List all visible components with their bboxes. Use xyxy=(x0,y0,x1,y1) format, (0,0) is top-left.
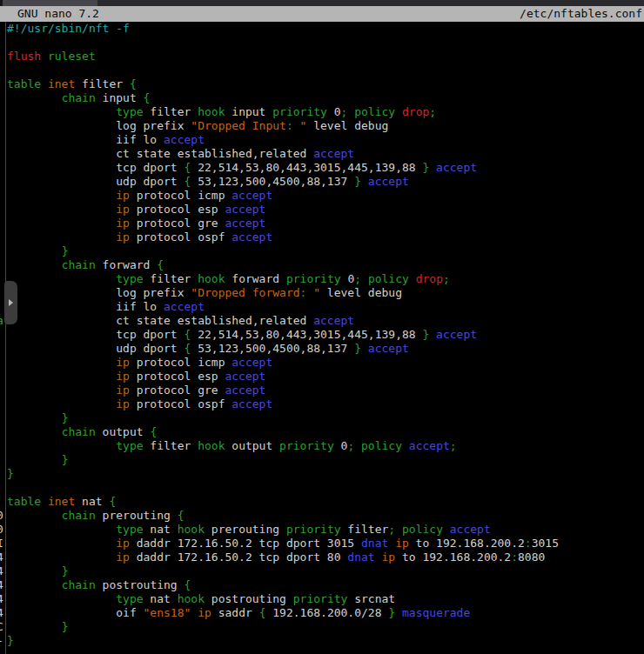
code-line: ct state established,related accept xyxy=(0,147,644,161)
code-line: ip protocol gre accept xyxy=(0,384,644,397)
top-console-strip-segment xyxy=(0,0,97,6)
code-line: type filter hook output priority 0; poli… xyxy=(0,439,644,453)
code-line: #!/usr/sbin/nft -f xyxy=(0,22,644,36)
code-line: } xyxy=(0,467,644,481)
left-edge-glyph-fragment: 4 xyxy=(0,564,3,578)
code-line: ip protocol gre accept xyxy=(0,217,644,230)
nano-titlebar: GNU nano 7.2 /etc/nftables.conf xyxy=(0,6,644,22)
editor-area[interactable]: #!/usr/sbin/nft -fflush rulesettable ine… xyxy=(0,22,644,648)
code-line: oif "ens18" ip saddr { 192.168.200.0/28 … xyxy=(0,606,644,620)
code-line xyxy=(0,36,644,50)
code-line: type nat hook prerouting priority filter… xyxy=(0,523,644,537)
code-line: chain input { xyxy=(0,91,644,105)
code-line: } xyxy=(0,634,644,648)
left-edge-glyph-fragment: 0 xyxy=(0,509,3,523)
left-edge-glyph-fragment: 0 xyxy=(0,523,3,537)
code-line: chain forward { xyxy=(0,258,644,272)
left-edge-glyph-fragment: 4 xyxy=(0,551,3,564)
app-title: GNU nano 7.2 xyxy=(17,6,99,22)
code-line: ip protocol ospf accept xyxy=(0,230,644,244)
code-line: chain output { xyxy=(0,425,644,439)
top-console-strip xyxy=(0,0,644,6)
code-line: tcp dport { 22,514,53,80,443,3015,445,13… xyxy=(0,328,644,342)
code-line: ip daddr 172.16.50.2 tcp dport 3015 dnat… xyxy=(0,537,644,551)
code-line: table inet nat { xyxy=(0,495,644,509)
code-line: chain prerouting { xyxy=(0,509,644,523)
code-line xyxy=(0,481,644,495)
code-line: ip protocol icmp accept xyxy=(0,189,644,203)
code-line: table inet filter { xyxy=(0,77,644,91)
code-line: ip protocol esp accept xyxy=(0,203,644,217)
code-line: ct state established,related accept xyxy=(0,314,644,328)
code-line: } xyxy=(0,244,644,258)
code-line: log prefix "Dropped forward: " level deb… xyxy=(0,286,644,300)
code-line: tcp dport { 22,514,53,80,443,3015,445,13… xyxy=(0,161,644,175)
terminal-screen: { "window": { "titlebar": { "app": "GNU … xyxy=(0,0,644,654)
code-line: flush ruleset xyxy=(0,50,644,63)
code-line: ip daddr 172.16.50.2 tcp dport 80 dnat i… xyxy=(0,551,644,564)
code-line: } xyxy=(0,411,644,425)
left-edge-glyph-fragment: 4 xyxy=(0,578,3,592)
code-line: udp dport { 53,123,500,4500,88,137 } acc… xyxy=(0,175,644,189)
left-edge-glyph-fragment: 4 xyxy=(0,606,3,620)
left-edge-glyph-fragment: C xyxy=(0,620,3,634)
code-line: ip protocol ospf accept xyxy=(0,397,644,411)
code-line: udp dport { 53,123,500,4500,88,137 } acc… xyxy=(0,342,644,356)
code-line: type filter hook forward priority 0; pol… xyxy=(0,272,644,286)
code-line: type nat hook postrouting priority srcna… xyxy=(0,592,644,606)
code-line xyxy=(0,63,644,77)
code-line: } xyxy=(0,564,644,578)
arrow-right-icon xyxy=(9,299,13,306)
code-line: ip protocol icmp accept xyxy=(0,356,644,370)
code-line: iif lo accept xyxy=(0,133,644,147)
left-edge-glyph-fragment: a xyxy=(0,314,3,328)
left-edge-glyph-fragment: I xyxy=(0,537,3,551)
code-line: iif lo accept xyxy=(0,300,644,314)
code-line: } xyxy=(0,453,644,467)
control-bar-handle[interactable] xyxy=(4,281,17,324)
code-line: type filter hook input priority 0; polic… xyxy=(0,105,644,119)
code-line: chain postrouting { xyxy=(0,578,644,592)
code-line: ip protocol esp accept xyxy=(0,370,644,384)
left-edge-glyph-fragment: - xyxy=(0,634,3,648)
top-console-strip-notch xyxy=(0,0,3,6)
left-edge-glyph-fragment: 4 xyxy=(0,592,3,606)
code-line: } xyxy=(0,620,644,634)
code-line: log prefix "Dropped Input: " level debug xyxy=(0,119,644,133)
open-file-path: /etc/nftables.conf xyxy=(520,6,642,22)
